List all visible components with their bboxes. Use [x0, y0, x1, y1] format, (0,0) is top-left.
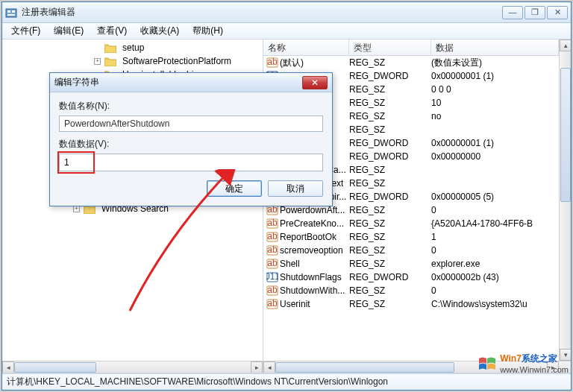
edit-string-dialog: 编辑字符串 ✕ 数值名称(N): 数值数据(V): 确定 取消 [49, 72, 333, 206]
cancel-button[interactable]: 取消 [268, 180, 323, 197]
value-data-field[interactable] [59, 154, 323, 171]
windows-logo-icon [478, 355, 497, 372]
watermark-url: www.Winwin7.com [500, 365, 569, 374]
modal-overlay: 编辑字符串 ✕ 数值名称(N): 数值数据(V): 确定 取消 [1, 1, 572, 391]
dialog-close-button[interactable]: ✕ [302, 76, 328, 89]
close-icon: ✕ [311, 78, 319, 88]
dialog-title: 编辑字符串 [54, 76, 302, 89]
watermark: Win7系统之家 www.Winwin7.com [478, 353, 569, 374]
ok-button[interactable]: 确定 [207, 180, 262, 197]
value-name-field [59, 116, 323, 132]
watermark-brand-b: 系统之家 [522, 353, 557, 364]
watermark-brand-a: Win7 [500, 353, 522, 364]
value-name-label: 数值名称(N): [59, 100, 323, 113]
dialog-titlebar[interactable]: 编辑字符串 ✕ [50, 73, 332, 92]
value-data-label: 数值数据(V): [59, 138, 323, 151]
